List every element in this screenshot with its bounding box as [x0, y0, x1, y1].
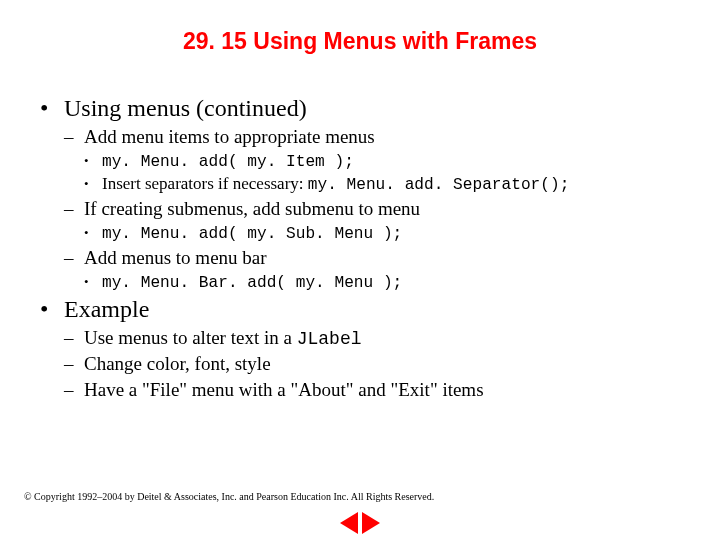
nav-controls — [340, 512, 380, 534]
bullet-lvl1: Using menus (continued) Add menu items t… — [40, 95, 680, 292]
prev-slide-icon[interactable] — [340, 512, 358, 534]
bullet-lvl3: Insert separators if necessary: my. Menu… — [84, 174, 680, 194]
bullet-text: Change color, font, style — [84, 353, 271, 374]
bullet-text: Add menu items to appropriate menus — [84, 126, 375, 147]
bullet-list: Using menus (continued) Add menu items t… — [40, 95, 680, 401]
bullet-lvl2: Add menus to menu bar my. Menu. Bar. add… — [64, 247, 680, 292]
code-text: my. Menu. add( my. Sub. Menu ); — [102, 225, 402, 243]
code-text: my. Menu. add( my. Item ); — [102, 153, 354, 171]
bullet-text: Using menus (continued) — [64, 95, 307, 121]
bullet-lvl3: my. Menu. add( my. Item ); — [84, 151, 680, 171]
bullet-lvl2: If creating submenus, add submenu to men… — [64, 198, 680, 243]
bullet-lvl2: Add menu items to appropriate menus my. … — [64, 126, 680, 194]
bullet-text: Example — [64, 296, 149, 322]
copyright-text: © Copyright 1992–2004 by Deitel & Associ… — [24, 491, 434, 502]
bullet-lvl2: Have a "File" menu with a "About" and "E… — [64, 379, 680, 401]
bullet-lvl3: my. Menu. add( my. Sub. Menu ); — [84, 223, 680, 243]
bullet-text: Insert separators if necessary: — [102, 174, 308, 193]
slide-title: 29. 15 Using Menus with Frames — [40, 28, 680, 55]
bullet-text: Use menus to alter text in a — [84, 327, 297, 348]
bullet-lvl1: Example Use menus to alter text in a JLa… — [40, 296, 680, 401]
code-text: my. Menu. add. Separator(); — [308, 176, 570, 194]
slide-content: 29. 15 Using Menus with Frames Using men… — [0, 0, 720, 401]
bullet-text: If creating submenus, add submenu to men… — [84, 198, 420, 219]
bullet-text: Have a "File" menu with a "About" and "E… — [84, 379, 484, 400]
next-slide-icon[interactable] — [362, 512, 380, 534]
code-text: my. Menu. Bar. add( my. Menu ); — [102, 274, 402, 292]
bullet-lvl2: Change color, font, style — [64, 353, 680, 375]
code-text: JLabel — [297, 329, 362, 349]
bullet-lvl3: my. Menu. Bar. add( my. Menu ); — [84, 272, 680, 292]
bullet-text: Add menus to menu bar — [84, 247, 267, 268]
bullet-lvl2: Use menus to alter text in a JLabel — [64, 327, 680, 349]
